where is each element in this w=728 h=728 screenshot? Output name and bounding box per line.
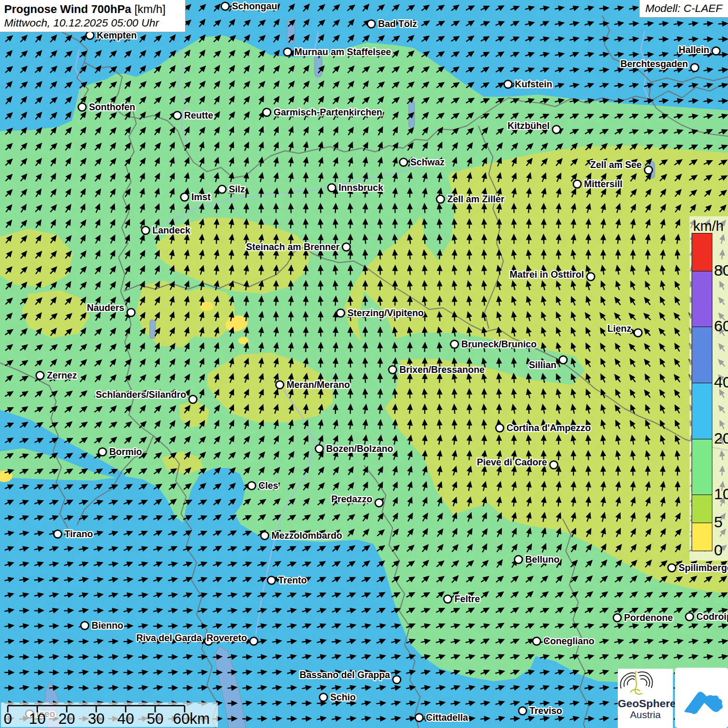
city-label: Tirano [64,529,93,539]
city-marker [79,103,86,111]
city-marker [519,707,527,715]
city-marker [218,186,226,193]
city-marker [393,676,401,684]
city-label: Mittersill [584,179,622,189]
wind-map: SchongauBad TölzKemptenMurnau am Staffel… [0,0,728,728]
city-marker [248,482,256,490]
city-label: Steinach am Brenner [246,242,340,252]
city-marker [250,638,258,645]
city-marker [553,126,561,134]
scale-tick-label: 20 [58,710,75,727]
city-label: Kufstein [515,79,552,89]
city-marker [587,273,595,281]
city-label: Sterzing/Vipiteno [347,308,424,318]
legend-color-bar [692,233,712,551]
city-label: Trento [278,575,307,586]
city-label: Spilimbergo [679,563,728,573]
city-label: Mezzolombardo [271,530,342,541]
city-label: Silz [229,184,245,194]
city-label: Treviso [529,706,562,716]
city-label: Bozen/Bolzano [326,444,393,454]
city-label: Codroipo [696,612,728,622]
geosphere-contour-icon [618,669,655,697]
city-label: Landeck [152,225,191,236]
title-box: Prognose Wind 700hPa [km/h] Mittwoch, 10… [0,0,186,32]
city-label: Belluno [525,554,560,565]
legend-color-swatch [692,523,712,551]
city-marker [634,329,642,337]
city-label: Predazzo [331,494,372,504]
city-marker [668,564,676,572]
geosphere-name: GeoSphere [618,698,673,709]
city-marker [389,366,397,374]
city-label: Cles [258,480,278,491]
city-marker [368,20,375,28]
legend-color-swatch [692,439,712,495]
legend-color-swatch [692,495,712,523]
scale-tick-label: 60km [173,710,210,727]
city-label: Bassano del Grappa [300,670,391,680]
city-marker [337,309,345,317]
city-marker [99,448,107,456]
city-marker [415,714,423,722]
scale-tick-label: 30 [88,710,105,727]
partner-logo [675,668,728,728]
legend-tick-label: 80 [714,262,728,279]
city-label: Schwaz [410,157,445,167]
city-label: Lienz [607,323,631,334]
city-label: Pordenone [624,613,673,623]
city-marker [174,112,181,120]
city-label: Cittadella [426,712,469,723]
city-marker [263,109,271,116]
city-label: Feltre [454,594,480,604]
city-marker [686,613,694,621]
city-label: Schio [330,692,356,703]
city-marker [515,556,523,564]
geosphere-country: Austria [618,709,673,720]
city-label: Bruneck/Brunico [461,339,537,349]
city-label: Hallein [679,45,709,55]
city-label: Murnau am Staffelsee [294,47,391,57]
city-label: Schlanders/Silandro [96,389,186,400]
city-marker [691,64,699,72]
city-marker [560,356,567,364]
mountain-cloud-icon [679,675,724,720]
city-label: Riva del Garda [136,633,202,643]
city-label: Berchtesgaden [620,59,688,69]
city-label: Kitzbühel [508,121,550,131]
scale-tick-label: 50 [147,710,163,727]
city-label: Schongau [232,1,277,11]
wind-speed-legend: km/h 806040201050 [690,216,728,561]
city-marker [533,638,541,645]
city-marker [328,184,336,192]
city-label: Sillian [529,360,556,370]
city-label: Rovereto [206,633,247,643]
city-label: Reutte [184,110,213,121]
city-marker [276,381,284,389]
page-title: Prognose Wind 700hPa [km/h] [4,2,181,16]
legend-color-swatch [692,271,712,327]
geosphere-logo: GeoSphere Austria [618,669,673,728]
city-label: Brixen/Bressanone [399,365,485,375]
title-text: Prognose Wind 700hPa [4,3,131,16]
city-marker [181,193,189,201]
city-marker [375,499,383,507]
legend-color-swatch [692,383,712,439]
city-marker [81,622,89,630]
legend-tick-label: 10 [714,485,728,503]
scale-tick-label: 0 [4,710,12,727]
distance-scale-bar: 0102030405060km [1,703,218,727]
city-marker [574,180,581,188]
city-marker [142,227,150,235]
city-marker [320,694,328,701]
city-marker [437,196,445,203]
city-marker [343,243,350,251]
city-marker [645,166,653,174]
legend-tick-label: 20 [714,430,728,447]
legend-unit-label: km/h [693,218,724,235]
scale-ruler: 0102030405060km [1,703,218,727]
city-label: Matrei in Osttirol [510,269,584,280]
legend-tick-label: 5 [714,513,728,531]
city-label: Bormio [109,447,142,457]
city-label: Bad Tölz [378,19,417,29]
